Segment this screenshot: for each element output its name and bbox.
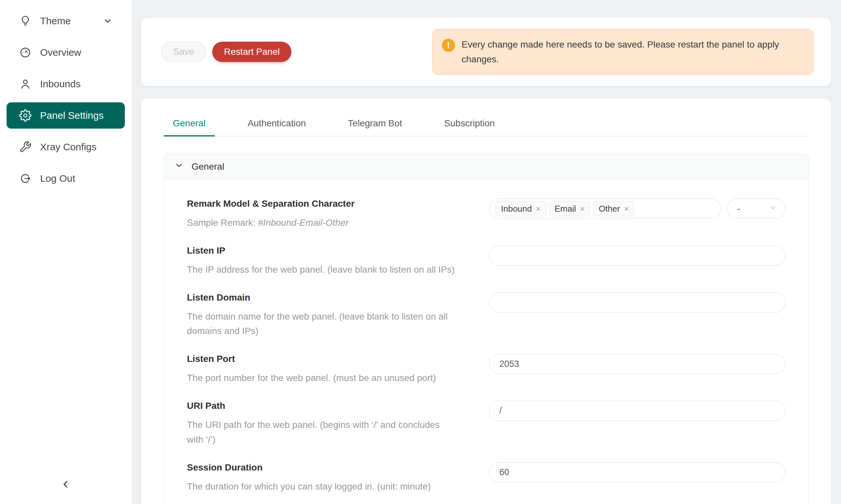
form-row-uri-path: URI Path The URI path for the web panel.…	[187, 401, 786, 447]
field-label: Remark Model & Separation Character	[187, 199, 456, 209]
lightbulb-icon	[19, 15, 32, 27]
form-row-remark: Remark Model & Separation Character Samp…	[187, 199, 786, 230]
listen-port-input[interactable]	[489, 354, 786, 374]
listen-domain-labels: Listen Domain The domain name for the we…	[187, 292, 469, 339]
session-duration-control	[489, 462, 786, 483]
sidebar-item-label: Log Out	[40, 173, 75, 184]
gear-icon	[19, 109, 32, 122]
field-label: Listen IP	[187, 246, 456, 256]
sidebar-item-label: Overview	[40, 47, 81, 58]
logout-icon	[19, 172, 32, 185]
field-label: Session Duration	[187, 462, 456, 473]
form-row-listen-ip: Listen IP The IP address for the web pan…	[187, 246, 786, 277]
field-description: The domain name for the web panel. (leav…	[187, 309, 456, 339]
sidebar-item-inbounds[interactable]: Inbounds	[6, 71, 125, 97]
listen-port-labels: Listen Port The port number for the web …	[187, 354, 469, 385]
uri-path-labels: URI Path The URI path for the web panel.…	[187, 401, 469, 447]
field-label: Listen Port	[187, 354, 456, 364]
sidebar-item-label: Inbounds	[40, 78, 81, 90]
tag-inbound: Inbound×	[495, 201, 546, 216]
sample-remark-value: #Inbound-Email-Other	[258, 218, 348, 228]
save-button[interactable]: Save	[161, 42, 206, 62]
tag-label: Other	[599, 204, 620, 214]
session-duration-labels: Session Duration The duration for which …	[187, 462, 469, 494]
remark-controls: Inbound× Email× Other× -	[489, 199, 786, 219]
collapse-title: General	[191, 161, 224, 172]
field-description: Sample Remark: #Inbound-Email-Other	[187, 216, 456, 230]
field-label: Listen Domain	[187, 292, 456, 303]
remark-model-tags-input[interactable]: Inbound× Email× Other×	[489, 199, 721, 219]
uri-path-control	[489, 401, 786, 421]
sidebar-item-label: Xray Configs	[40, 141, 97, 152]
listen-domain-input[interactable]	[489, 292, 786, 313]
field-label: URI Path	[187, 401, 456, 411]
listen-ip-control	[489, 246, 786, 266]
general-settings-form: Remark Model & Separation Character Samp…	[164, 179, 808, 504]
warning-icon: !	[442, 39, 455, 52]
close-icon[interactable]: ×	[624, 204, 629, 213]
sidebar-item-theme[interactable]: Theme	[6, 8, 125, 34]
listen-ip-labels: Listen IP The IP address for the web pan…	[187, 246, 469, 277]
settings-tabs: General Authentication Telegram Bot Subs…	[164, 113, 809, 137]
sample-remark-prefix: Sample Remark:	[187, 218, 258, 228]
field-description: The port number for the web panel. (must…	[187, 371, 456, 385]
field-description: The IP address for the web panel. (leave…	[187, 263, 456, 277]
sidebar-item-overview[interactable]: Overview	[6, 39, 125, 66]
sidebar-item-xray-configs[interactable]: Xray Configs	[6, 134, 125, 160]
sidebar-collapse-button[interactable]	[56, 475, 75, 495]
listen-port-control	[489, 354, 786, 374]
session-duration-input[interactable]	[489, 462, 786, 483]
chevron-down-icon	[103, 16, 113, 25]
chevron-down-icon	[769, 203, 777, 214]
restart-panel-button[interactable]: Restart Panel	[212, 42, 292, 62]
listen-domain-control	[489, 292, 786, 313]
tab-telegram-bot[interactable]: Telegram Bot	[339, 113, 411, 136]
user-icon	[19, 78, 32, 90]
wrench-icon	[19, 141, 32, 153]
main-content: Save Restart Panel ! Every change made h…	[132, 0, 841, 504]
tag-other: Other×	[593, 201, 634, 216]
field-description: The duration for which you can stay logg…	[187, 480, 456, 494]
general-collapse-panel: General Remark Model & Separation Charac…	[164, 154, 809, 504]
chevron-down-icon	[174, 161, 191, 172]
form-row-listen-port: Listen Port The port number for the web …	[187, 354, 786, 385]
alert-text: Every change made here needs to be saved…	[462, 37, 802, 67]
sidebar-item-panel-settings[interactable]: Panel Settings	[6, 102, 125, 129]
sidebar-item-label: Panel Settings	[40, 110, 103, 121]
tag-email: Email×	[549, 201, 590, 216]
field-description: The URI path for the web panel. (begins …	[187, 418, 456, 447]
close-icon[interactable]: ×	[580, 204, 585, 213]
remark-labels: Remark Model & Separation Character Samp…	[187, 199, 469, 230]
form-row-listen-domain: Listen Domain The domain name for the we…	[187, 292, 786, 339]
uri-path-input[interactable]	[489, 401, 786, 421]
tag-label: Email	[554, 204, 576, 214]
gauge-icon	[19, 46, 32, 59]
separator-select[interactable]: -	[727, 199, 786, 219]
sidebar-item-label: Theme	[40, 15, 71, 26]
settings-card: General Authentication Telegram Bot Subs…	[141, 98, 831, 504]
listen-ip-input[interactable]	[489, 246, 786, 266]
sidebar-item-log-out[interactable]: Log Out	[6, 165, 125, 192]
general-collapse-header[interactable]: General	[164, 154, 808, 179]
form-row-session-duration: Session Duration The duration for which …	[187, 462, 786, 494]
restart-warning-alert: ! Every change made here needs to be sav…	[432, 29, 813, 75]
close-icon[interactable]: ×	[536, 204, 541, 213]
sidebar: Theme Overview Inbounds Panel Settings X…	[0, 0, 132, 504]
toolbar-card: Save Restart Panel ! Every change made h…	[141, 18, 831, 86]
tab-authentication[interactable]: Authentication	[239, 113, 315, 136]
chevron-left-icon	[60, 479, 71, 491]
tab-subscription[interactable]: Subscription	[435, 113, 504, 136]
tab-general[interactable]: General	[164, 113, 215, 136]
separator-select-value: -	[737, 203, 740, 214]
tag-label: Inbound	[501, 204, 532, 214]
